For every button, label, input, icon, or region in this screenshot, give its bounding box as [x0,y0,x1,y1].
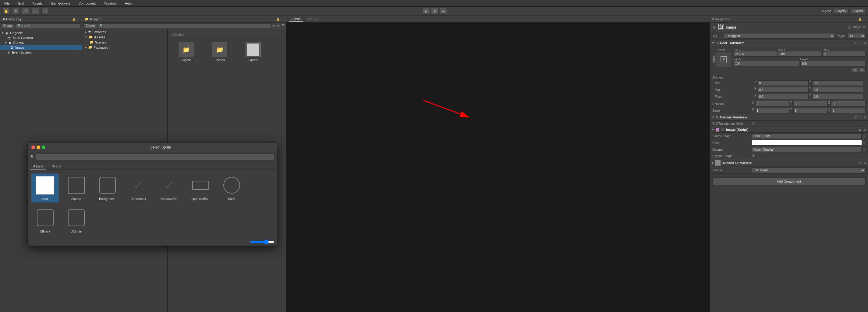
move-tool[interactable]: ✥ [12,8,20,14]
is-target-icon[interactable]: ▶ [859,128,862,132]
rect-tool[interactable]: ▭ [41,8,49,14]
is-enabled-checkbox[interactable]: ✓ [721,128,725,132]
image-enabled-checkbox[interactable]: ✓ [712,26,716,29]
sprite-item-square[interactable]: Square [62,174,90,202]
shader-dropdown[interactable]: UI/Default [752,167,866,173]
hand-tool[interactable]: ✋ [2,8,10,14]
step-button[interactable]: ⏭ [440,8,447,14]
content-item-gagene[interactable]: 📁 Gagene [173,41,200,63]
hierarchy-item-maincamera[interactable]: 📷 Main Camera [0,35,82,40]
raycast-checkbox[interactable]: ✓ [752,154,755,158]
menu-component[interactable]: Component [76,1,97,6]
sprite-item-uisprite[interactable]: UISprite [62,206,90,234]
width-field[interactable] [734,61,799,66]
project-eye-icon[interactable]: 👁 [277,24,280,28]
image-script-header[interactable]: ▼ ✓ Image (Script) ▶ ⚙ [710,127,868,133]
rt-icon1[interactable]: ⊡ [855,41,857,45]
hierarchy-lock-icon[interactable]: 🔒 [72,18,75,21]
rt-r-button[interactable]: R [859,68,866,73]
project-packages[interactable]: ▶ 📁 Packages [82,45,167,50]
project-list-icon[interactable]: ☰ [281,24,285,28]
color-picker-icon[interactable]: ✏ [863,141,866,145]
inspector-menu-icon[interactable]: ☰ [863,18,866,21]
rt-constrain-icon[interactable]: ⊡ [851,68,858,73]
game-tab[interactable]: Game [306,17,319,22]
sprite-item-knob[interactable]: Knob [218,174,245,202]
pivot-x[interactable] [758,94,809,99]
scale-tool[interactable]: ⤢ [32,8,39,14]
sprite-item-checkmark[interactable]: ✓ Checkmark [125,174,152,202]
size-slider[interactable] [250,240,275,244]
pause-button[interactable]: ⏸ [431,8,438,14]
rotation-x[interactable] [755,101,790,107]
canvas-renderer-header[interactable]: ▼ ⊙ Canvas Renderer ⊡ ⤡ ⚙ [710,114,868,120]
layout-button[interactable]: Layout [851,9,866,13]
layers-button[interactable]: Layers [834,9,848,13]
dialog-tab-scene[interactable]: Scene [49,164,64,170]
pos-y-field[interactable] [778,51,822,57]
scale-z[interactable] [831,108,866,113]
hierarchy-item-gagene[interactable]: ▼ ◉ Gagene* [0,30,82,35]
project-menu-icon[interactable]: ☰ [281,18,284,21]
anchors-min-y[interactable] [812,80,863,86]
anchors-max-y[interactable] [812,87,863,93]
menu-gameobject[interactable]: GameObject [49,1,72,6]
source-image-circle-icon[interactable]: ◎ [863,135,866,138]
color-field[interactable] [752,140,862,145]
sprite-item-uimask[interactable]: UIMask [31,206,59,234]
rect-transform-header[interactable]: ▼ ⊞ Rect Transform ⊡ ⤡ ⚙ [710,40,868,46]
source-image-field[interactable] [752,133,862,139]
add-component-button[interactable]: Add Component [712,177,866,185]
scale-y[interactable] [793,108,828,113]
cr-icon2[interactable]: ⤡ [859,116,862,119]
menu-file[interactable]: File [2,1,11,6]
rotation-y[interactable] [793,101,828,107]
menu-edit[interactable]: Edit [17,1,26,6]
material-field[interactable] [752,147,862,152]
dialog-tab-assets[interactable]: Assets [30,164,46,170]
sprite-item-background[interactable]: Background [94,174,121,202]
project-assets[interactable]: ▼ 📁 Assets [82,34,167,40]
static-checkbox[interactable] [847,26,851,29]
static-dropdown-icon[interactable]: ▼ [863,26,866,29]
inspector-lock-icon[interactable]: 🔒 [858,18,862,21]
material-circle-icon[interactable]: ◎ [863,148,866,151]
scene-tab[interactable]: Scene [289,16,303,22]
pivot-y[interactable] [812,94,863,99]
cr-icon1[interactable]: ⊡ [855,116,857,119]
project-create-button[interactable]: Create [84,24,97,28]
anchor-widget[interactable] [716,52,731,67]
menu-help[interactable]: Help [123,1,133,6]
hierarchy-search-input[interactable] [21,24,79,27]
rt-gear-icon[interactable]: ⚙ [863,41,866,45]
is-gear-icon[interactable]: ⚙ [863,128,866,132]
anchors-min-x[interactable] [758,80,809,86]
maximize-button[interactable] [42,145,45,149]
content-item-scenes[interactable]: 📁 Scenes [206,41,234,63]
dm-icon1[interactable]: ⊡ [859,161,862,165]
tag-dropdown[interactable]: Untagged [724,33,835,39]
pos-x-field[interactable] [734,51,777,57]
content-item-square[interactable]: Square [240,41,267,63]
project-scenes[interactable]: 📁 Scenes [82,40,167,45]
anchors-max-x[interactable] [758,87,809,93]
play-button[interactable]: ▶ [423,8,430,14]
hierarchy-item-eventsystem[interactable]: ⚙ EventSystem [0,50,82,55]
project-search-input[interactable] [103,24,269,27]
hierarchy-create-button[interactable]: Create [1,24,14,28]
rt-icon2[interactable]: ⤡ [859,41,862,45]
hierarchy-item-image[interactable]: 🖼 Image [0,45,82,50]
scale-x[interactable] [755,108,790,113]
dm-gear-icon[interactable]: ⚙ [863,161,866,165]
dialog-search-input[interactable] [36,154,275,160]
sprite-item-none[interactable]: None [31,174,59,202]
menu-window[interactable]: Window [102,1,118,6]
project-lock-icon[interactable]: 🔒 [276,18,280,21]
menu-assets[interactable]: Assets [31,1,44,6]
rotation-z[interactable] [831,101,866,107]
minimize-button[interactable] [37,145,40,149]
close-button[interactable] [31,145,35,149]
sprite-item-dropdownarrow[interactable]: ✓ DropdownAr... [156,174,183,202]
cr-gear-icon[interactable]: ⚙ [863,116,866,119]
hierarchy-menu-icon[interactable]: ☰ [77,18,80,21]
